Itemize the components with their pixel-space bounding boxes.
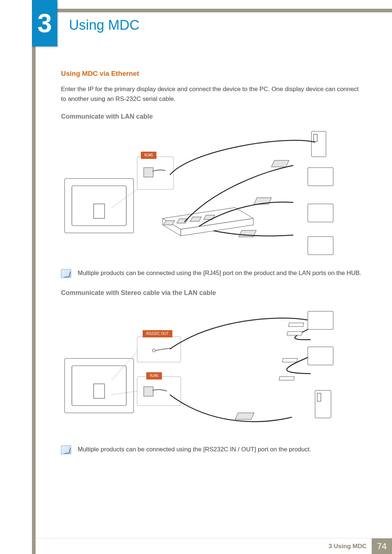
subsection-2-heading: Communicate with Stereo cable via the LA… bbox=[61, 288, 364, 298]
svg-rect-18 bbox=[65, 358, 134, 413]
footer-page-number: 74 bbox=[372, 538, 392, 554]
port-label-rj45-2: RJ45 bbox=[146, 372, 162, 379]
diagram-stereo-lan: RS232C OUT RJ45 bbox=[61, 304, 337, 438]
svg-rect-3 bbox=[137, 157, 173, 189]
svg-rect-29 bbox=[289, 323, 304, 327]
chapter-number-badge: 3 bbox=[32, 0, 57, 46]
svg-rect-14 bbox=[308, 237, 333, 255]
page: 3 Using MDC Using MDC via Ethernet Enter… bbox=[0, 0, 392, 554]
content-area: Using MDC via Ethernet Enter the IP for … bbox=[61, 68, 364, 465]
section-intro: Enter the IP for the primary display dev… bbox=[61, 85, 364, 104]
svg-rect-28 bbox=[308, 347, 333, 365]
svg-rect-35 bbox=[235, 413, 254, 419]
side-accent-bar bbox=[32, 0, 36, 554]
svg-rect-15 bbox=[271, 160, 289, 167]
top-accent-bar bbox=[35, 9, 392, 12]
port-label-rs232c-out: RS232C OUT bbox=[143, 330, 172, 337]
svg-rect-12 bbox=[308, 168, 333, 186]
note-icon bbox=[61, 446, 71, 454]
svg-rect-30 bbox=[287, 332, 302, 335]
svg-rect-5 bbox=[144, 168, 153, 177]
chapter-number: 3 bbox=[37, 8, 52, 38]
diagram-stereo-svg bbox=[61, 304, 337, 438]
note-1: Multiple products can be connected using… bbox=[61, 268, 364, 278]
svg-point-25 bbox=[152, 349, 155, 352]
svg-rect-32 bbox=[279, 377, 294, 380]
footer-label: 3 Using MDC bbox=[323, 538, 372, 554]
svg-rect-13 bbox=[308, 204, 333, 222]
diagram-lan-cable: RJ45 bbox=[61, 128, 337, 262]
svg-rect-27 bbox=[308, 311, 333, 329]
note-2-text: Multiple products can be connected using… bbox=[78, 445, 364, 454]
note-icon bbox=[61, 269, 71, 278]
port-label-rj45: RJ45 bbox=[141, 152, 156, 159]
svg-rect-0 bbox=[65, 178, 134, 233]
page-footer: 3 Using MDC 74 bbox=[36, 538, 392, 554]
subsection-1-heading: Communicate with LAN cable bbox=[61, 112, 364, 122]
chapter-title: Using MDC bbox=[69, 17, 139, 33]
section-heading: Using MDC via Ethernet bbox=[61, 68, 364, 79]
note-1-text: Multiple products can be connected using… bbox=[78, 268, 364, 278]
svg-rect-26 bbox=[144, 387, 153, 396]
svg-rect-21 bbox=[137, 337, 181, 362]
svg-rect-31 bbox=[282, 358, 298, 362]
note-2: Multiple products can be connected using… bbox=[61, 445, 364, 454]
diagram-lan-svg bbox=[61, 128, 337, 262]
